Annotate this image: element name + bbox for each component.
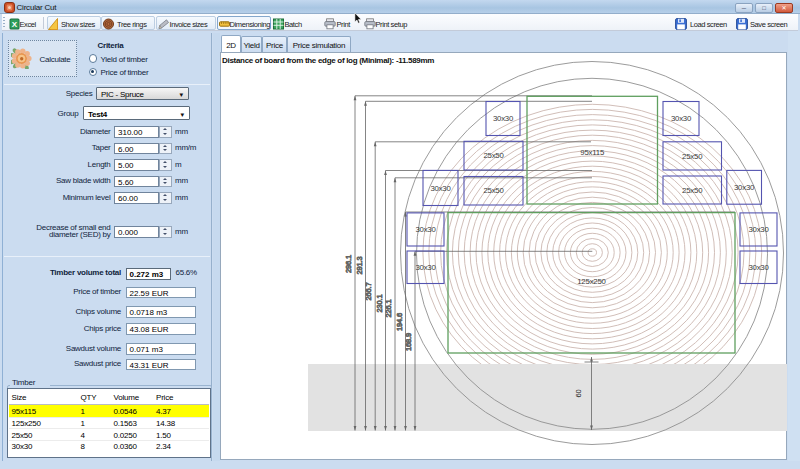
svg-text:X: X [12, 20, 18, 29]
